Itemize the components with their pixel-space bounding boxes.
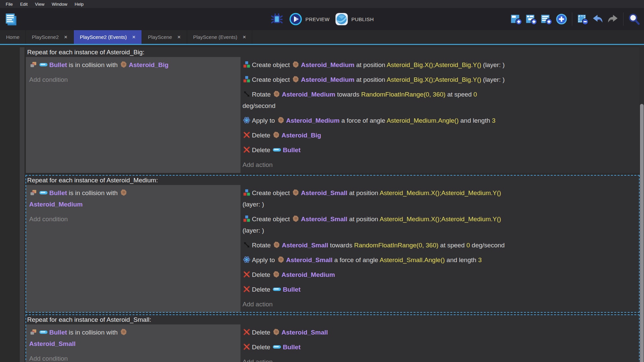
object-name: Asteroid_Big: [129, 61, 168, 68]
search-icon[interactable]: [628, 13, 640, 25]
add-circle-icon[interactable]: [555, 13, 568, 25]
asteroid-icon: [292, 215, 300, 223]
asteroid-icon: [273, 241, 280, 249]
tab-playscene[interactable]: PlayScene×: [142, 30, 187, 44]
action-row[interactable]: Delete Asteroid_Small: [243, 325, 639, 340]
menu-file[interactable]: File: [2, 2, 16, 7]
event-header[interactable]: Repeat for each instance of Asteroid_Big…: [26, 47, 639, 57]
condition-row[interactable]: Bullet is in collision with Asteroid_Med…: [29, 186, 239, 212]
menu-help[interactable]: Help: [71, 2, 88, 7]
undo-icon[interactable]: [592, 13, 604, 25]
menu-view[interactable]: View: [31, 2, 48, 7]
event-header[interactable]: Repeat for each instance of Asteroid_Sma…: [26, 315, 639, 324]
object-name: Bullet: [283, 344, 301, 351]
add-action-button[interactable]: Add action: [243, 158, 639, 172]
action-row[interactable]: Delete Bullet: [243, 340, 639, 355]
tab-playscene-events[interactable]: PlayScene (Events)×: [187, 30, 253, 44]
instruction-text: and length: [459, 117, 492, 124]
object-name: Asteroid_Medium: [29, 201, 83, 208]
event-header[interactable]: Repeat for each instance of Asteroid_Med…: [26, 175, 639, 185]
asteroid-icon: [120, 189, 127, 196]
event-block: Repeat for each instance of Asteroid_Big…: [26, 47, 639, 173]
action-row[interactable]: Rotate Asteroid_Small towards RandomFloa…: [243, 238, 639, 253]
action-row[interactable]: Delete Asteroid_Medium: [243, 267, 639, 282]
add-condition-button[interactable]: Add condition: [29, 351, 239, 362]
add-condition-button[interactable]: Add condition: [29, 212, 239, 227]
instruction-text: Delete: [252, 286, 272, 293]
condition-row[interactable]: Bullet is in collision with Asteroid_Big: [29, 58, 239, 72]
asteroid-icon: [272, 328, 280, 336]
asteroid-icon: [292, 61, 300, 68]
object-name: Bullet: [49, 189, 67, 196]
tab-home[interactable]: Home: [0, 30, 26, 44]
tab-playscene2[interactable]: PlayScene2×: [26, 30, 74, 44]
rotate-icon: [243, 241, 251, 249]
play-icon: [289, 12, 303, 26]
close-icon[interactable]: ×: [177, 34, 181, 40]
add-action-button[interactable]: Add action: [243, 297, 639, 312]
add-action-button[interactable]: Add action: [243, 355, 639, 362]
force-icon: [243, 116, 251, 124]
event-drag-strip: [20, 47, 24, 362]
action-row[interactable]: Rotate Asteroid_Medium towards RandomFlo…: [243, 87, 639, 113]
action-row[interactable]: Apply to Asteroid_Small a force of angle…: [243, 253, 639, 267]
add-action-label: Add action: [243, 161, 273, 168]
instruction-text: and length: [445, 256, 478, 263]
condition-row[interactable]: Bullet is in collision with Asteroid_Sma…: [29, 325, 239, 351]
tab-playscene2-events[interactable]: PlayScene2 (Events)×: [74, 30, 142, 44]
event-block: Repeat for each instance of Asteroid_Med…: [26, 175, 639, 312]
events-list: Repeat for each instance of Asteroid_Big…: [26, 47, 639, 362]
toolbar-right: [510, 8, 640, 30]
action-row[interactable]: Create object Asteroid_Small at position…: [243, 186, 639, 212]
bullet-icon: [39, 188, 48, 195]
add-subevent-icon[interactable]: [525, 13, 537, 25]
object-name: Asteroid_Medium: [286, 117, 339, 124]
debug-icon[interactable]: [270, 12, 284, 26]
add-condition-label: Add condition: [29, 355, 68, 362]
instruction-text: Apply to: [252, 117, 277, 124]
expression-value: Asteroid_Big.X();Asteroid_Big.Y(): [387, 76, 481, 83]
close-icon[interactable]: ×: [64, 34, 67, 40]
object-name: Bullet: [283, 146, 301, 154]
asteroid-icon: [277, 256, 285, 263]
instruction-text: Rotate: [252, 91, 272, 98]
publish-button[interactable]: PUBLISH: [335, 12, 374, 26]
add-event-icon[interactable]: [510, 13, 522, 25]
close-icon[interactable]: ×: [243, 34, 246, 40]
action-row[interactable]: Create object Asteroid_Small at position…: [243, 212, 639, 238]
expression-value: Asteroid_Medium.X();Asteroid_Medium.Y(): [380, 189, 501, 196]
instruction-text: deg/second: [470, 242, 505, 249]
conditions-panel: Bullet is in collision with Asteroid_Big…: [26, 57, 240, 173]
conditions-panel: Bullet is in collision with Asteroid_Med…: [26, 185, 240, 312]
create-icon: [243, 215, 251, 223]
menu-edit[interactable]: Edit: [16, 2, 31, 7]
add-condition-label: Add condition: [29, 76, 68, 83]
action-row[interactable]: Delete Asteroid_Big: [243, 128, 639, 143]
events-editor: Repeat for each instance of Asteroid_Big…: [0, 45, 644, 362]
action-row[interactable]: Create object Asteroid_Medium at positio…: [243, 58, 639, 72]
action-row[interactable]: Apply to Asteroid_Medium a force of angl…: [243, 113, 639, 128]
add-comment-icon[interactable]: [540, 13, 552, 25]
bullet-icon: [272, 343, 281, 349]
object-name: Bullet: [49, 329, 67, 336]
instruction-text: Create object: [252, 216, 291, 223]
instruction-text: at speed: [438, 242, 466, 249]
delete-selection-icon[interactable]: [577, 13, 589, 25]
asteroid-icon: [273, 90, 280, 98]
object-name: Asteroid_Small: [286, 256, 332, 263]
expression-value: 0: [474, 91, 477, 98]
action-row[interactable]: Delete Bullet: [243, 143, 639, 158]
menu-window[interactable]: Window: [48, 2, 71, 7]
close-icon[interactable]: ×: [132, 34, 136, 40]
toolbar-center: PREVIEW PUBLISH: [270, 8, 374, 30]
app-logo-icon[interactable]: [4, 12, 18, 26]
add-condition-button[interactable]: Add condition: [29, 72, 239, 87]
tab-label: PlayScene: [148, 34, 172, 40]
redo-icon[interactable]: [607, 13, 619, 25]
instruction-text: Create object: [252, 189, 291, 196]
vertical-scrollbar[interactable]: [640, 45, 644, 362]
scrollbar-thumb[interactable]: [640, 104, 644, 362]
action-row[interactable]: Delete Bullet: [243, 282, 639, 297]
action-row[interactable]: Create object Asteroid_Medium at positio…: [243, 72, 639, 87]
preview-button[interactable]: PREVIEW: [289, 12, 330, 26]
